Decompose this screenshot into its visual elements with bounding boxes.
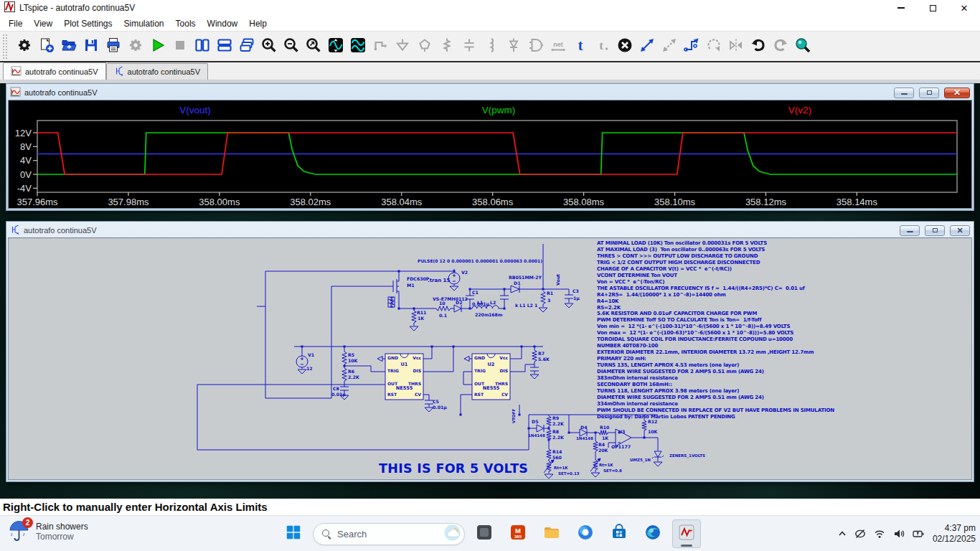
tray-battery-icon[interactable] xyxy=(912,527,925,540)
taskbar-app-microsoft-store[interactable] xyxy=(605,519,633,548)
taskbar-clock[interactable]: 4:37 pm 02/12/2025 xyxy=(933,523,976,545)
tray-volume-icon[interactable] xyxy=(892,527,905,540)
zoom-out-button[interactable] xyxy=(280,34,302,60)
tile-horizontal-button[interactable] xyxy=(213,34,235,60)
taskbar-app-edge[interactable] xyxy=(639,519,667,548)
menu-item-window[interactable]: Window xyxy=(202,17,244,30)
drag-button[interactable] xyxy=(680,34,702,60)
add-plot-pane-button[interactable] xyxy=(347,34,369,60)
find-button[interactable] xyxy=(791,34,814,60)
rotate-button[interactable] xyxy=(702,34,725,60)
net-name-button[interactable]: net xyxy=(547,34,569,60)
wire-button[interactable] xyxy=(369,34,391,60)
waveform-window-title: autotrafo continua5V xyxy=(24,88,889,97)
run-button[interactable] xyxy=(146,34,169,60)
microsoft-store-icon xyxy=(610,523,628,545)
toolbar-grip[interactable] xyxy=(3,34,7,59)
open-button[interactable] xyxy=(57,34,80,60)
menu-item-plot-settings[interactable]: Plot Settings xyxy=(58,17,118,30)
pin-label: CV xyxy=(501,392,508,397)
zoom-in-button[interactable] xyxy=(258,34,280,60)
taskbar-app-copilot[interactable] xyxy=(571,519,600,548)
taskbar-app-office-m365[interactable]: M365 xyxy=(504,519,532,548)
component-button[interactable] xyxy=(524,34,547,60)
copy-button[interactable] xyxy=(658,34,680,60)
spice-directive-icon: t xyxy=(594,37,611,57)
menu-item-simulation[interactable]: Simulation xyxy=(118,17,170,30)
menu-item-view[interactable]: View xyxy=(28,17,58,30)
tray-display-off-icon[interactable] xyxy=(854,527,867,540)
cascade-button[interactable] xyxy=(235,34,258,60)
waveform-window-titlebar[interactable]: autotrafo continua5V ✕ xyxy=(8,85,972,100)
menu-item-file[interactable]: File xyxy=(3,17,28,30)
autorange-y-button[interactable] xyxy=(324,34,347,60)
component-label: SET=0.13 xyxy=(558,471,580,476)
component-label: Rt=1K xyxy=(554,466,568,470)
ground-button[interactable] xyxy=(391,34,413,60)
delete-button[interactable] xyxy=(613,34,636,60)
tray-wifi-icon[interactable] xyxy=(873,527,886,540)
zoom-extents-button[interactable] xyxy=(302,34,324,60)
taskbar-app-dark-app[interactable] xyxy=(470,519,499,548)
new-schematic-button[interactable] xyxy=(35,34,57,60)
waveform-restore-button[interactable] xyxy=(919,88,939,98)
text-button[interactable]: t xyxy=(569,34,591,60)
diode-button[interactable] xyxy=(502,34,524,60)
inductor-button[interactable] xyxy=(480,34,502,60)
ltspice-icon xyxy=(677,523,696,545)
save-button[interactable] xyxy=(80,34,102,60)
print-button[interactable] xyxy=(102,34,124,60)
resistor-icon xyxy=(438,37,456,57)
taskbar-app-file-explorer[interactable] xyxy=(537,519,566,548)
undo-button[interactable] xyxy=(747,34,769,60)
legend-V(vout)[interactable]: V(vout) xyxy=(179,105,211,116)
component-label: 3 xyxy=(547,298,550,303)
mirror-button[interactable] xyxy=(725,34,747,60)
schematic-close-button[interactable]: ✕ xyxy=(950,225,970,236)
tab-label: autotrafo continua5V xyxy=(25,67,98,76)
net-label-button[interactable] xyxy=(413,34,435,60)
spice-directive-button[interactable]: t xyxy=(591,34,613,60)
pause-button[interactable] xyxy=(124,34,146,60)
open-icon xyxy=(60,37,77,57)
hidden-icons-chevron[interactable] xyxy=(836,527,849,540)
taskbar-search[interactable]: Search xyxy=(313,523,465,545)
ic-U1[interactable]: GNDTRIGOUTRSTVccDISTHRSCVU1NE555 xyxy=(385,354,423,400)
schematic-minimize-button[interactable] xyxy=(900,225,920,236)
capacitor-button[interactable] xyxy=(458,34,480,60)
tile-vertical-button[interactable] xyxy=(191,34,213,60)
app-minimize-button[interactable] xyxy=(885,0,917,16)
start-button[interactable] xyxy=(279,519,308,548)
control-panel-button[interactable] xyxy=(13,34,35,60)
plot-frame xyxy=(37,121,957,192)
move-button[interactable] xyxy=(636,34,658,60)
edge-icon xyxy=(644,523,662,545)
component-label: L2 xyxy=(490,300,496,305)
waveform-plot-area[interactable]: V(vout)V(pwm)V(v2) 357.96ms357.98ms358.0… xyxy=(8,100,972,209)
schematic-restore-button[interactable] xyxy=(925,225,945,236)
schematic-window-titlebar[interactable]: autotrafo continua5V ✕ xyxy=(8,223,972,237)
tab-waveform[interactable]: autotrafo continua5V xyxy=(3,62,106,80)
schematic-canvas[interactable]: GNDTRIGOUTRSTVccDISTHRSCVU1NE555GNDTRIGO… xyxy=(8,237,972,480)
svg-text:net: net xyxy=(553,41,563,48)
app-maximize-button[interactable] xyxy=(917,0,948,16)
taskbar-center: Search M365 xyxy=(279,516,701,551)
mdi-area: autotrafo continua5V ✕ V(vout)V(pwm)V(v2… xyxy=(0,80,980,499)
taskbar-app-ltspice[interactable] xyxy=(672,519,701,548)
resistor-button[interactable] xyxy=(435,34,458,60)
waveform-minimize-button[interactable] xyxy=(894,88,914,98)
legend-V(pwm)[interactable]: V(pwm) xyxy=(482,105,516,116)
svg-text:t: t xyxy=(578,37,583,53)
waveform-close-button[interactable]: ✕ xyxy=(944,88,970,98)
ltspice-logo-icon xyxy=(4,1,15,15)
tab-schematic[interactable]: autotrafo continua5V xyxy=(106,63,209,80)
ic-U2[interactable]: GNDTRIGOUTRSTVccDISTHRSCVU2NE555 xyxy=(472,354,510,400)
legend-V(v2)[interactable]: V(v2) xyxy=(788,105,811,116)
menu-item-help[interactable]: Help xyxy=(243,17,273,30)
menu-item-tools[interactable]: Tools xyxy=(170,17,202,30)
taskbar-weather-widget[interactable]: 2 Rain showers Tomorrow xyxy=(7,519,88,544)
halt-button[interactable] xyxy=(169,34,191,60)
redo-button[interactable] xyxy=(769,34,791,60)
cascade-icon xyxy=(238,37,255,57)
app-close-button[interactable]: ✕ xyxy=(948,0,980,16)
